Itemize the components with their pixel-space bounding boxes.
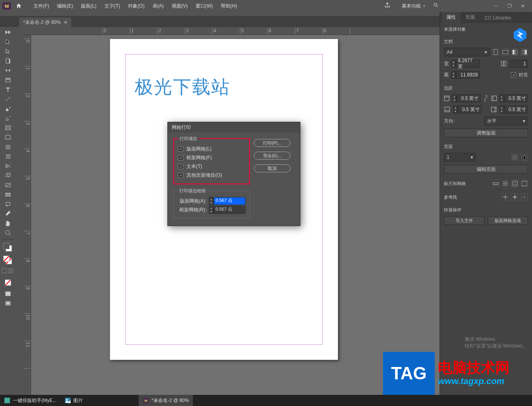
menu-object[interactable]: 对象(O) [124,3,148,10]
adobe-search[interactable] [433,2,485,10]
window-restore-icon[interactable]: ❐ [506,4,512,8]
workspace-switcher[interactable]: 基本功能 ▾ [398,3,429,10]
home-icon[interactable] [15,2,22,10]
app-id-badge: Id [2,2,11,10]
window-minimize-icon[interactable]: ─ [493,4,499,8]
svg-point-0 [434,3,437,6]
window-close-icon[interactable]: ✕ [520,4,526,8]
menu-type[interactable]: 文字(T) [100,3,124,10]
app-menubar: Id 文件(F) 编辑(E) 版面(L) 文字(T) 对象(O) 表(A) 视图… [0,0,532,12]
menu-window[interactable]: 窗口(W) [192,3,217,10]
menu-edit[interactable]: 编辑(E) [53,3,77,10]
menu-view[interactable]: 视图(V) [168,3,192,10]
chevron-down-icon: ▾ [423,4,425,8]
menu-layout[interactable]: 版面(L) [77,3,100,10]
menu-file[interactable]: 文件(F) [29,3,53,10]
menu-table[interactable]: 表(A) [149,3,168,10]
workspace-label: 基本功能 [402,3,421,10]
menu-help[interactable]: 帮助(H) [217,3,241,10]
share-icon[interactable] [384,2,392,10]
